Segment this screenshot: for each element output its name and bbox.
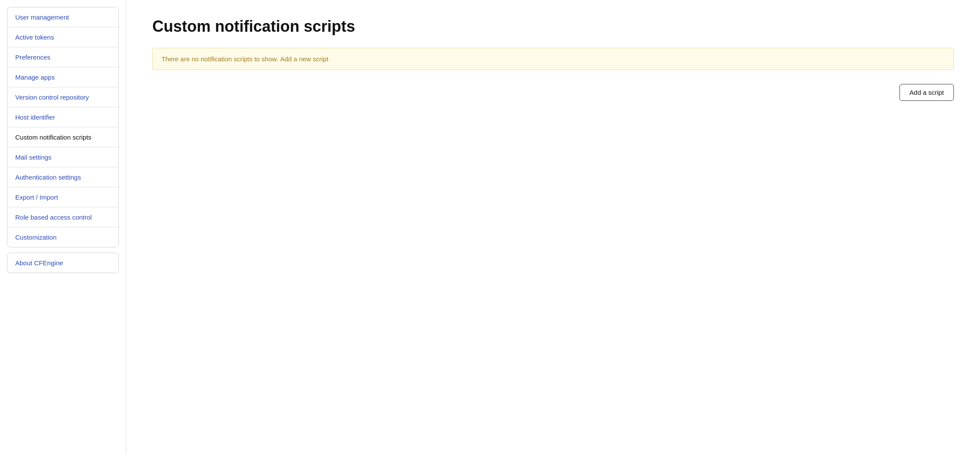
- sidebar-item-user-management[interactable]: User management: [7, 7, 118, 27]
- main-content: Custom notification scripts There are no…: [126, 0, 980, 454]
- add-script-row: Add a script: [152, 84, 954, 101]
- sidebar-item-host-identifier[interactable]: Host identifier: [7, 107, 118, 127]
- sidebar-item-version-control-repository[interactable]: Version control repository: [7, 87, 118, 107]
- sidebar-item-custom-notification-scripts[interactable]: Custom notification scripts: [7, 127, 118, 147]
- sidebar-item-active-tokens[interactable]: Active tokens: [7, 27, 118, 47]
- sidebar-item-authentication-settings[interactable]: Authentication settings: [7, 167, 118, 187]
- alert-text: There are no notification scripts to sho…: [161, 55, 278, 63]
- sidebar-item-mail-settings[interactable]: Mail settings: [7, 147, 118, 167]
- alert-banner: There are no notification scripts to sho…: [152, 48, 954, 70]
- sidebar-item-customization[interactable]: Customization: [7, 227, 118, 247]
- sidebar-item-role-based-access-control[interactable]: Role based access control: [7, 207, 118, 227]
- sidebar: User managementActive tokensPreferencesM…: [0, 0, 126, 454]
- sidebar-item-manage-apps[interactable]: Manage apps: [7, 67, 118, 87]
- sidebar-item-export-import[interactable]: Export / Import: [7, 187, 118, 207]
- sidebar-nav: User managementActive tokensPreferencesM…: [7, 7, 119, 247]
- sidebar-item-preferences[interactable]: Preferences: [7, 47, 118, 67]
- add-script-button[interactable]: Add a script: [899, 84, 954, 101]
- page-title: Custom notification scripts: [152, 17, 954, 36]
- sidebar-about-section: About CFEngine: [7, 253, 119, 273]
- alert-link[interactable]: Add a new script: [280, 55, 329, 63]
- sidebar-item-about-cfengine[interactable]: About CFEngine: [7, 253, 118, 273]
